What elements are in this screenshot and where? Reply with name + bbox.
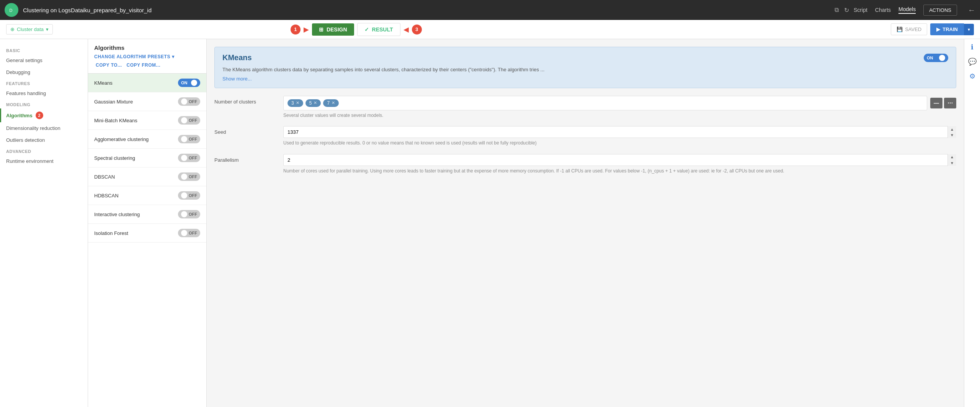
- algo-item-isolation-forest[interactable]: Isolation Forest OFF: [88, 224, 206, 243]
- tag-7-remove[interactable]: ✕: [332, 100, 335, 105]
- sidebar-section-advanced: ADVANCED: [0, 146, 88, 155]
- tag-3-remove[interactable]: ✕: [296, 100, 299, 105]
- cluster-data-button[interactable]: ⊕ Cluster data ▾: [6, 24, 53, 34]
- toggle-dbscan[interactable]: OFF: [178, 172, 200, 181]
- algo-circle: 2: [36, 112, 43, 119]
- back-arrow[interactable]: ←: [968, 6, 975, 15]
- param-row-parallelism: Parallelism ▲ ▼ Number of cores used for…: [214, 154, 956, 174]
- train-button-group: ▶ TRAIN ▾: [930, 23, 974, 35]
- title-icons: ⧉ ↻: [835, 7, 849, 14]
- toggle-circle-g: [181, 98, 187, 105]
- algo-item-gaussian[interactable]: Gaussian Mixture OFF: [88, 92, 206, 111]
- info-icon[interactable]: ℹ: [971, 43, 973, 51]
- toolbar-steps: 1 ▶ ⊞ DESIGN ✓ RESULT ◀ 3: [291, 23, 422, 36]
- sidebar-item-dimensionality-reduction[interactable]: Dimensionality reduction: [0, 122, 88, 134]
- sidebar-item-algorithms[interactable]: Algorithms 2: [0, 108, 88, 122]
- toggle-spectral[interactable]: OFF: [178, 154, 200, 162]
- copy-from-button[interactable]: COPY FROM...: [127, 62, 160, 68]
- tag-5-remove[interactable]: ✕: [314, 100, 317, 105]
- cluster-tag-3[interactable]: 3 ✕: [287, 99, 303, 107]
- seed-input[interactable]: [283, 126, 956, 138]
- kmeans-toggle-detail[interactable]: ON: [924, 54, 948, 62]
- center-panel: Algorithms CHANGE ALGORITHM PRESETS ▾ CO…: [88, 39, 964, 407]
- cluster-action-plus[interactable]: ⋯: [944, 98, 956, 108]
- parallelism-up[interactable]: ▲: [948, 154, 956, 160]
- result-icon: ✓: [364, 26, 369, 33]
- algo-gaussian-label: Gaussian Mixture: [94, 99, 133, 105]
- train-button[interactable]: ▶ TRAIN: [930, 23, 964, 35]
- nav-models[interactable]: Models: [898, 6, 916, 14]
- chat-icon[interactable]: 💬: [968, 57, 977, 66]
- toggle-gaussian[interactable]: OFF: [178, 97, 200, 106]
- sidebar-item-general-settings[interactable]: General settings: [0, 54, 88, 66]
- seed-input-wrap: ▲ ▼: [283, 126, 956, 138]
- param-row-seed: Seed ▲ ▼ Used to generate reproducible r…: [214, 126, 956, 146]
- cluster-tags-actions: — ⋯: [930, 98, 956, 108]
- cluster-tag-7[interactable]: 7 ✕: [323, 99, 339, 107]
- algo-item-dbscan[interactable]: DBSCAN OFF: [88, 167, 206, 186]
- kmeans-toggle-circle: [939, 55, 945, 61]
- design-button[interactable]: ⊞ DESIGN: [312, 23, 354, 36]
- algo-item-hdbscan[interactable]: HDBSCAN OFF: [88, 186, 206, 205]
- parallelism-label: Parallelism: [214, 154, 276, 163]
- toggle-kmeans[interactable]: ON: [178, 79, 200, 87]
- algo-item-minibatch[interactable]: Mini-Batch KMeans OFF: [88, 111, 206, 130]
- actions-button[interactable]: ACTIONS: [923, 5, 957, 16]
- toggle-agglomerative[interactable]: OFF: [178, 135, 200, 143]
- toggle-minibatch[interactable]: OFF: [178, 116, 200, 125]
- parallelism-input[interactable]: [283, 154, 956, 166]
- toggle-circle-sp: [181, 155, 187, 161]
- copy-to-button[interactable]: COPY TO...: [96, 62, 122, 68]
- step1-circle: 1: [291, 25, 301, 34]
- result-button[interactable]: ✓ RESULT: [357, 23, 400, 36]
- algo-list-title: Algorithms: [94, 44, 124, 51]
- sidebar-item-outliers-detection[interactable]: Outliers detection: [0, 134, 88, 146]
- parallelism-down[interactable]: ▼: [948, 160, 956, 166]
- tag-3-value: 3: [291, 100, 294, 106]
- algorithm-list: Algorithms CHANGE ALGORITHM PRESETS ▾ CO…: [88, 39, 207, 407]
- toggle-off-label-hdb: OFF: [189, 193, 197, 198]
- sidebar-item-debugging[interactable]: Debugging: [0, 66, 88, 78]
- clusters-tags-input[interactable]: 3 ✕ 5 ✕ 7 ✕: [283, 96, 927, 110]
- top-nav-right: Script Charts Models ACTIONS ←: [854, 5, 975, 16]
- sidebar-section-basic: BASIC: [0, 45, 88, 54]
- toggle-off-label-ag: OFF: [189, 137, 197, 141]
- change-preset-button[interactable]: CHANGE ALGORITHM PRESETS ▾: [94, 54, 174, 59]
- sidebar-item-features-handling[interactable]: Features handling: [0, 87, 88, 99]
- algo-item-interactive[interactable]: Interactive clustering OFF: [88, 205, 206, 224]
- save-icon: 💾: [897, 26, 903, 32]
- toggle-off-label-if: OFF: [189, 231, 197, 235]
- parallelism-hint: Number of cores used for parallel traini…: [283, 168, 956, 174]
- settings-icon[interactable]: ⚙: [969, 72, 975, 80]
- algo-item-kmeans[interactable]: KMeans ON: [88, 74, 206, 92]
- toggle-isolation[interactable]: OFF: [178, 229, 200, 237]
- seed-down[interactable]: ▼: [948, 132, 956, 138]
- saved-button[interactable]: 💾 SAVED: [891, 23, 927, 35]
- seed-up[interactable]: ▲: [948, 126, 956, 132]
- toolbar-right: 💾 SAVED ▶ TRAIN ▾: [891, 23, 974, 35]
- result-label: RESULT: [372, 26, 393, 33]
- sidebar-item-runtime-environment[interactable]: Runtime environment: [0, 155, 88, 167]
- toggle-off-label-mb: OFF: [189, 118, 197, 123]
- cluster-tag-5[interactable]: 5 ✕: [305, 99, 321, 107]
- arrow-right-1: ▶: [304, 25, 309, 34]
- algo-item-agglomerative[interactable]: Agglomerative clustering OFF: [88, 130, 206, 149]
- toggle-hdbscan[interactable]: OFF: [178, 191, 200, 200]
- refresh-icon[interactable]: ↻: [844, 7, 849, 14]
- cluster-action-minus[interactable]: —: [930, 98, 942, 108]
- seed-label: Seed: [214, 126, 276, 135]
- toggle-off-label-g: OFF: [189, 99, 197, 104]
- nav-script[interactable]: Script: [854, 7, 867, 13]
- algo-item-spectral[interactable]: Spectral clustering OFF: [88, 149, 206, 167]
- toggle-off-label-db: OFF: [189, 174, 197, 179]
- toggle-on-label: ON: [181, 80, 188, 85]
- toggle-interactive[interactable]: OFF: [178, 210, 200, 218]
- nav-charts[interactable]: Charts: [875, 7, 891, 13]
- toggle-circle-ag: [181, 136, 187, 142]
- algo-dbscan-label: DBSCAN: [94, 174, 115, 180]
- toggle-circle-if: [181, 230, 187, 236]
- train-label: TRAIN: [942, 26, 958, 32]
- copy-icon[interactable]: ⧉: [835, 7, 839, 13]
- show-more-link[interactable]: Show more...: [222, 76, 252, 82]
- train-dropdown-button[interactable]: ▾: [964, 24, 974, 35]
